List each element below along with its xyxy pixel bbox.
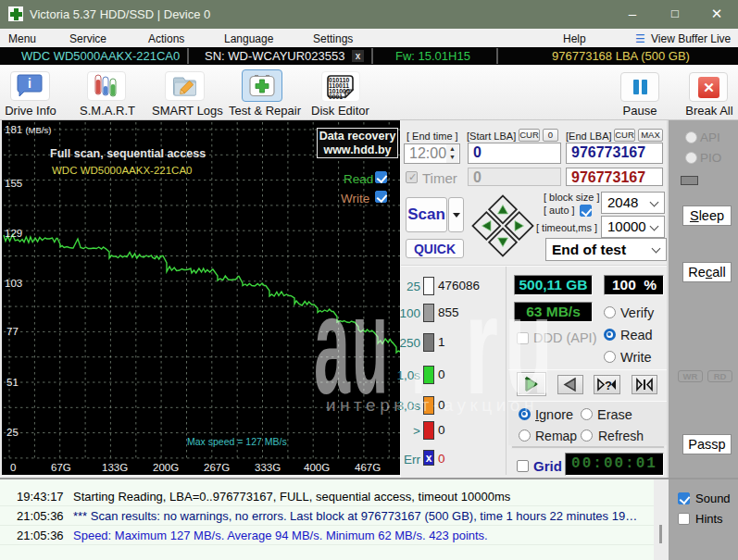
svg-text:?: ? xyxy=(605,379,612,392)
svg-text:0001: 0001 xyxy=(329,93,343,100)
svg-text:i: i xyxy=(28,76,31,91)
